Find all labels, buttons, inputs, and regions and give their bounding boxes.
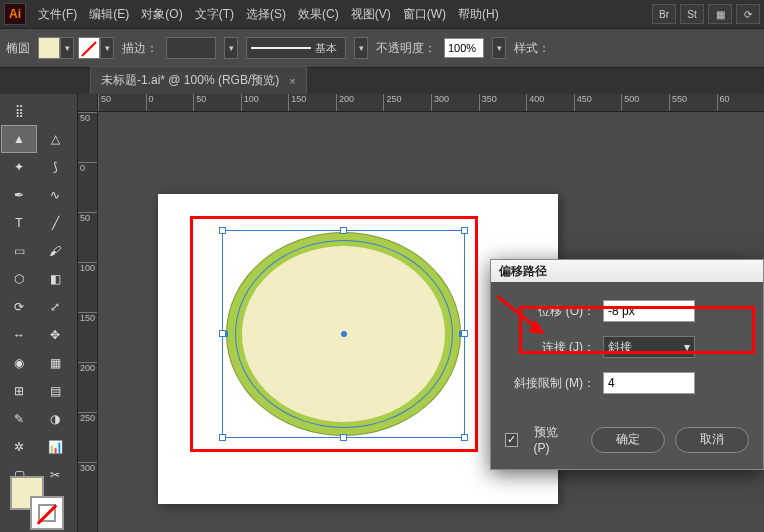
offset-path-dialog: 偏移路径 位移 (O)： 连接 (J)： 斜接▾ 斜接限制 (M)： ✓ 预览 …	[490, 259, 764, 470]
document-tab-title: 未标题-1.ai* @ 100% (RGB/预览)	[101, 72, 279, 89]
perspective-tool[interactable]: ▦	[38, 350, 72, 376]
control-bar: 椭圆 ▾ ▾ 描边： ▾ 基本 ▾ 不透明度： ▾ 样式：	[0, 28, 764, 68]
ruler-vertical[interactable]: 50050100150200250300	[78, 112, 98, 532]
rectangle-tool[interactable]: ▭	[2, 238, 36, 264]
fill-dropdown[interactable]: ▾	[60, 37, 74, 59]
opacity-input[interactable]	[444, 38, 484, 58]
handle-bl[interactable]	[219, 434, 226, 441]
handle-ml[interactable]	[219, 330, 226, 337]
stroke-profile[interactable]: 基本	[246, 37, 346, 59]
menu-type[interactable]: 文字(T)	[189, 2, 240, 27]
document-tabbar: 未标题-1.ai* @ 100% (RGB/预览) ×	[0, 68, 764, 94]
join-select[interactable]: 斜接▾	[603, 336, 695, 358]
stroke-weight-dropdown[interactable]: ▾	[224, 37, 238, 59]
preview-label: 预览 (P)	[534, 424, 572, 455]
handle-br[interactable]	[461, 434, 468, 441]
style-label: 样式：	[514, 40, 550, 57]
miter-label: 斜接限制 (M)：	[505, 375, 595, 392]
stroke-color-picker[interactable]	[30, 496, 64, 530]
width-tool[interactable]: ↔	[2, 322, 36, 348]
color-pickers[interactable]	[10, 476, 64, 530]
tools-panel: ⣿ ▲ △ ✦ ⟆ ✒ ∿ T ╱ ▭ 🖌 ⬡ ◧ ⟳ ⤢ ↔ ✥ ◉ ▦ ⊞ …	[0, 94, 78, 532]
menu-help[interactable]: 帮助(H)	[452, 2, 505, 27]
symbol-sprayer-tool[interactable]: ✲	[2, 434, 36, 460]
menu-view[interactable]: 视图(V)	[345, 2, 397, 27]
document-tab[interactable]: 未标题-1.ai* @ 100% (RGB/预览) ×	[90, 66, 307, 94]
rotate-tool[interactable]: ⟳	[2, 294, 36, 320]
magic-wand-tool[interactable]: ✦	[2, 154, 36, 180]
stroke-label: 描边：	[122, 40, 158, 57]
bridge-button[interactable]: Br	[652, 4, 676, 24]
svg-marker-1	[529, 320, 545, 334]
handle-tl[interactable]	[219, 227, 226, 234]
close-icon[interactable]: ×	[289, 75, 295, 87]
stroke-swatch[interactable]	[78, 37, 100, 59]
ruler-origin[interactable]	[78, 94, 98, 112]
opacity-dropdown[interactable]: ▾	[492, 37, 506, 59]
offset-label: 位移 (O)：	[505, 303, 595, 320]
menu-select[interactable]: 选择(S)	[240, 2, 292, 27]
stock-button[interactable]: St	[680, 4, 704, 24]
stroke-dropdown[interactable]: ▾	[100, 37, 114, 59]
arrange-button[interactable]: ▦	[708, 4, 732, 24]
pen-tool[interactable]: ✒	[2, 182, 36, 208]
grabber-icon[interactable]: ⣿	[2, 98, 36, 124]
opacity-label: 不透明度：	[376, 40, 436, 57]
handle-mr[interactable]	[461, 330, 468, 337]
selection-tool[interactable]: ▲	[2, 126, 36, 152]
cancel-button[interactable]: 取消	[675, 427, 749, 453]
ok-button[interactable]: 确定	[591, 427, 665, 453]
sync-button[interactable]: ⟳	[736, 4, 760, 24]
eyedropper-tool[interactable]: ✎	[2, 406, 36, 432]
offset-input[interactable]	[603, 300, 695, 322]
handle-tr[interactable]	[461, 227, 468, 234]
miter-input[interactable]	[603, 372, 695, 394]
handle-bm[interactable]	[340, 434, 347, 441]
titlebar: Ai 文件(F) 编辑(E) 对象(O) 文字(T) 选择(S) 效果(C) 视…	[0, 0, 764, 28]
menu-window[interactable]: 窗口(W)	[397, 2, 452, 27]
curvature-tool[interactable]: ∿	[38, 182, 72, 208]
fill-swatch[interactable]	[38, 37, 60, 59]
scale-tool[interactable]: ⤢	[38, 294, 72, 320]
stroke-profile-dropdown[interactable]: ▾	[354, 37, 368, 59]
gradient-tool[interactable]: ▤	[38, 378, 72, 404]
free-transform-tool[interactable]: ✥	[38, 322, 72, 348]
stroke-weight-input[interactable]	[166, 37, 216, 59]
lasso-tool[interactable]: ⟆	[38, 154, 72, 180]
selection-bounding-box	[222, 230, 465, 438]
join-label: 连接 (J)：	[505, 339, 595, 356]
paintbrush-tool[interactable]: 🖌	[38, 238, 72, 264]
menu-file[interactable]: 文件(F)	[32, 2, 83, 27]
shaper-tool[interactable]: ⬡	[2, 266, 36, 292]
shape-builder-tool[interactable]: ◉	[2, 350, 36, 376]
line-tool[interactable]: ╱	[38, 210, 72, 236]
graph-tool[interactable]: 📊	[38, 434, 72, 460]
menu-object[interactable]: 对象(O)	[135, 2, 188, 27]
preview-checkbox[interactable]: ✓	[505, 433, 518, 447]
handle-tm[interactable]	[340, 227, 347, 234]
type-tool[interactable]: T	[2, 210, 36, 236]
app-icon: Ai	[4, 3, 26, 25]
eraser-tool[interactable]: ◧	[38, 266, 72, 292]
menu-edit[interactable]: 编辑(E)	[83, 2, 135, 27]
chevron-down-icon: ▾	[684, 340, 690, 354]
menu-effect[interactable]: 效果(C)	[292, 2, 345, 27]
blend-tool[interactable]: ◑	[38, 406, 72, 432]
menu-bar: 文件(F) 编辑(E) 对象(O) 文字(T) 选择(S) 效果(C) 视图(V…	[32, 2, 505, 27]
mesh-tool[interactable]: ⊞	[2, 378, 36, 404]
ruler-horizontal[interactable]: 5005010015020025030035040045050055060	[98, 94, 764, 112]
direct-selection-tool[interactable]: △	[38, 126, 72, 152]
shape-name-label: 椭圆	[6, 40, 30, 57]
dialog-title[interactable]: 偏移路径	[491, 260, 763, 282]
